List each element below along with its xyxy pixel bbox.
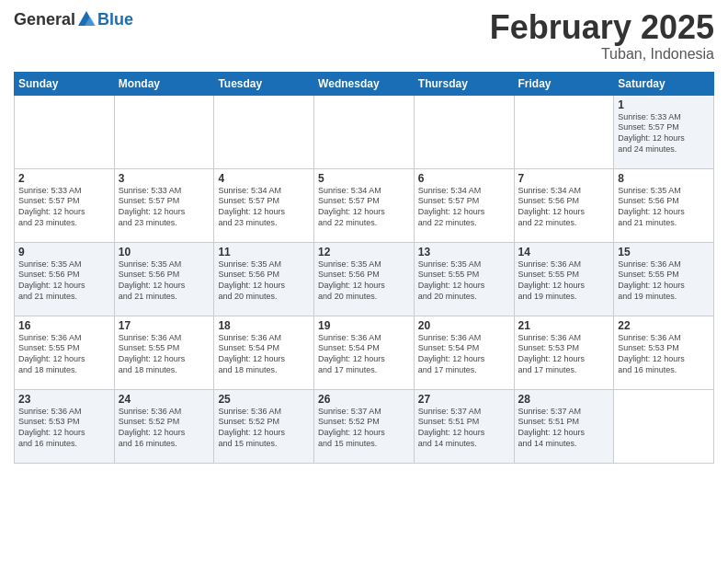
day-number: 7: [518, 172, 610, 185]
calendar-cell: 24Sunrise: 5:36 AM Sunset: 5:52 PM Dayli…: [114, 389, 214, 463]
day-info: Sunrise: 5:34 AM Sunset: 5:56 PM Dayligh…: [518, 186, 610, 229]
calendar-cell: 5Sunrise: 5:34 AM Sunset: 5:57 PM Daylig…: [314, 168, 415, 242]
day-info: Sunrise: 5:35 AM Sunset: 5:56 PM Dayligh…: [618, 186, 710, 229]
day-info: Sunrise: 5:36 AM Sunset: 5:54 PM Dayligh…: [218, 333, 310, 376]
calendar-cell: 15Sunrise: 5:36 AM Sunset: 5:55 PM Dayli…: [614, 242, 714, 316]
day-info: Sunrise: 5:36 AM Sunset: 5:55 PM Dayligh…: [119, 333, 210, 376]
calendar-cell: 13Sunrise: 5:35 AM Sunset: 5:55 PM Dayli…: [414, 242, 514, 316]
day-number: 26: [318, 393, 410, 406]
day-number: 5: [318, 172, 410, 185]
title-block: February 2025 Tuban, Indonesia: [490, 9, 714, 63]
calendar-cell: [514, 95, 614, 168]
day-number: 8: [618, 172, 710, 185]
logo-blue: Blue: [97, 10, 133, 29]
calendar-cell: [114, 95, 214, 168]
day-number: 6: [418, 172, 510, 185]
calendar-header-friday: Friday: [514, 72, 614, 95]
calendar-header-tuesday: Tuesday: [214, 72, 314, 95]
day-info: Sunrise: 5:33 AM Sunset: 5:57 PM Dayligh…: [119, 186, 210, 229]
day-info: Sunrise: 5:37 AM Sunset: 5:51 PM Dayligh…: [518, 407, 610, 450]
day-info: Sunrise: 5:36 AM Sunset: 5:53 PM Dayligh…: [518, 333, 610, 376]
calendar-cell: 1Sunrise: 5:33 AM Sunset: 5:57 PM Daylig…: [614, 95, 714, 168]
calendar-cell: 22Sunrise: 5:36 AM Sunset: 5:53 PM Dayli…: [614, 316, 714, 389]
calendar-week-1: 1Sunrise: 5:33 AM Sunset: 5:57 PM Daylig…: [15, 95, 714, 168]
calendar-cell: 4Sunrise: 5:34 AM Sunset: 5:57 PM Daylig…: [214, 168, 314, 242]
day-number: 23: [18, 393, 110, 406]
calendar-cell: 17Sunrise: 5:36 AM Sunset: 5:55 PM Dayli…: [114, 316, 214, 389]
calendar-cell: 8Sunrise: 5:35 AM Sunset: 5:56 PM Daylig…: [614, 168, 714, 242]
day-number: 16: [18, 319, 110, 332]
calendar-table: SundayMondayTuesdayWednesdayThursdayFrid…: [14, 72, 714, 464]
calendar-cell: 25Sunrise: 5:36 AM Sunset: 5:52 PM Dayli…: [214, 389, 314, 463]
calendar-cell: [15, 95, 115, 168]
calendar-cell: 14Sunrise: 5:36 AM Sunset: 5:55 PM Dayli…: [514, 242, 614, 316]
day-info: Sunrise: 5:36 AM Sunset: 5:53 PM Dayligh…: [18, 407, 110, 450]
calendar-cell: [614, 389, 714, 463]
day-info: Sunrise: 5:36 AM Sunset: 5:52 PM Dayligh…: [119, 407, 210, 450]
calendar-header-sunday: Sunday: [15, 72, 115, 95]
day-info: Sunrise: 5:36 AM Sunset: 5:52 PM Dayligh…: [218, 407, 310, 450]
day-number: 17: [119, 319, 210, 332]
day-info: Sunrise: 5:36 AM Sunset: 5:54 PM Dayligh…: [418, 333, 510, 376]
calendar-week-3: 9Sunrise: 5:35 AM Sunset: 5:56 PM Daylig…: [15, 242, 714, 316]
calendar-week-4: 16Sunrise: 5:36 AM Sunset: 5:55 PM Dayli…: [15, 316, 714, 389]
calendar-cell: 3Sunrise: 5:33 AM Sunset: 5:57 PM Daylig…: [114, 168, 214, 242]
calendar-cell: 6Sunrise: 5:34 AM Sunset: 5:57 PM Daylig…: [414, 168, 514, 242]
day-info: Sunrise: 5:33 AM Sunset: 5:57 PM Dayligh…: [618, 112, 710, 155]
day-number: 20: [418, 319, 510, 332]
calendar-cell: [214, 95, 314, 168]
day-info: Sunrise: 5:35 AM Sunset: 5:56 PM Dayligh…: [318, 259, 410, 303]
header: General Blue February 2025 Tuban, Indone…: [14, 9, 714, 63]
calendar-cell: 19Sunrise: 5:36 AM Sunset: 5:54 PM Dayli…: [314, 316, 415, 389]
day-info: Sunrise: 5:37 AM Sunset: 5:51 PM Dayligh…: [418, 407, 510, 450]
calendar-cell: [314, 95, 415, 168]
day-number: 10: [119, 246, 210, 259]
day-number: 15: [618, 246, 710, 259]
day-info: Sunrise: 5:33 AM Sunset: 5:57 PM Dayligh…: [18, 186, 110, 229]
day-info: Sunrise: 5:35 AM Sunset: 5:56 PM Dayligh…: [18, 259, 110, 303]
calendar-header-monday: Monday: [114, 72, 214, 95]
calendar-cell: 26Sunrise: 5:37 AM Sunset: 5:52 PM Dayli…: [314, 389, 415, 463]
day-number: 14: [518, 246, 610, 259]
logo-general: General: [14, 10, 75, 29]
day-number: 11: [218, 246, 310, 259]
day-number: 4: [218, 172, 310, 185]
day-number: 2: [18, 172, 110, 185]
calendar-header-wednesday: Wednesday: [314, 72, 415, 95]
calendar-header-saturday: Saturday: [614, 72, 714, 95]
calendar-cell: 18Sunrise: 5:36 AM Sunset: 5:54 PM Dayli…: [214, 316, 314, 389]
day-number: 28: [518, 393, 610, 406]
day-number: 19: [318, 319, 410, 332]
calendar-header-row: SundayMondayTuesdayWednesdayThursdayFrid…: [15, 72, 714, 95]
calendar-cell: 16Sunrise: 5:36 AM Sunset: 5:55 PM Dayli…: [15, 316, 115, 389]
day-info: Sunrise: 5:36 AM Sunset: 5:54 PM Dayligh…: [318, 333, 410, 376]
calendar-header-thursday: Thursday: [414, 72, 514, 95]
day-number: 1: [618, 98, 710, 111]
day-info: Sunrise: 5:37 AM Sunset: 5:52 PM Dayligh…: [318, 407, 410, 450]
day-info: Sunrise: 5:35 AM Sunset: 5:55 PM Dayligh…: [418, 259, 510, 303]
day-info: Sunrise: 5:34 AM Sunset: 5:57 PM Dayligh…: [218, 186, 310, 229]
day-number: 9: [18, 246, 110, 259]
day-info: Sunrise: 5:36 AM Sunset: 5:55 PM Dayligh…: [618, 259, 710, 303]
calendar-week-2: 2Sunrise: 5:33 AM Sunset: 5:57 PM Daylig…: [15, 168, 714, 242]
day-info: Sunrise: 5:36 AM Sunset: 5:55 PM Dayligh…: [518, 259, 610, 303]
calendar-cell: 11Sunrise: 5:35 AM Sunset: 5:56 PM Dayli…: [214, 242, 314, 316]
calendar-cell: 2Sunrise: 5:33 AM Sunset: 5:57 PM Daylig…: [15, 168, 115, 242]
day-info: Sunrise: 5:36 AM Sunset: 5:53 PM Dayligh…: [618, 333, 710, 376]
day-info: Sunrise: 5:35 AM Sunset: 5:56 PM Dayligh…: [218, 259, 310, 303]
day-info: Sunrise: 5:36 AM Sunset: 5:55 PM Dayligh…: [18, 333, 110, 376]
day-number: 25: [218, 393, 310, 406]
calendar-cell: 21Sunrise: 5:36 AM Sunset: 5:53 PM Dayli…: [514, 316, 614, 389]
calendar-week-5: 23Sunrise: 5:36 AM Sunset: 5:53 PM Dayli…: [15, 389, 714, 463]
calendar-cell: 23Sunrise: 5:36 AM Sunset: 5:53 PM Dayli…: [15, 389, 115, 463]
calendar-title: February 2025: [490, 9, 714, 46]
calendar-cell: 27Sunrise: 5:37 AM Sunset: 5:51 PM Dayli…: [414, 389, 514, 463]
logo-icon: [76, 9, 97, 29]
logo: General Blue: [14, 9, 133, 29]
day-info: Sunrise: 5:35 AM Sunset: 5:56 PM Dayligh…: [119, 259, 210, 303]
calendar-cell: 12Sunrise: 5:35 AM Sunset: 5:56 PM Dayli…: [314, 242, 415, 316]
day-number: 22: [618, 319, 710, 332]
calendar-cell: [414, 95, 514, 168]
day-number: 21: [518, 319, 610, 332]
calendar-cell: 20Sunrise: 5:36 AM Sunset: 5:54 PM Dayli…: [414, 316, 514, 389]
